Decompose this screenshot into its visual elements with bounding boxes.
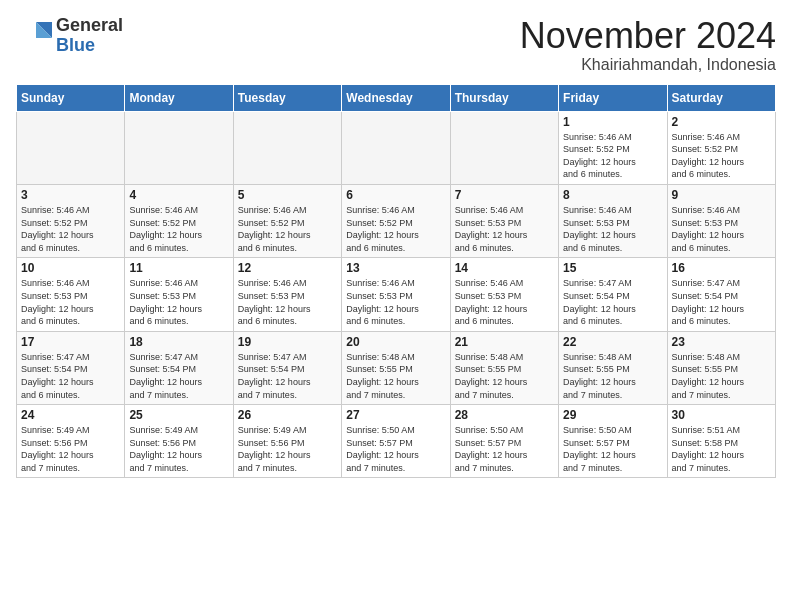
day-info: Sunrise: 5:48 AM Sunset: 5:55 PM Dayligh…	[672, 351, 771, 401]
logo-blue: Blue	[56, 35, 95, 55]
calendar-cell: 3Sunrise: 5:46 AM Sunset: 5:52 PM Daylig…	[17, 184, 125, 257]
calendar-cell: 4Sunrise: 5:46 AM Sunset: 5:52 PM Daylig…	[125, 184, 233, 257]
day-number: 25	[129, 408, 228, 422]
calendar-week-5: 24Sunrise: 5:49 AM Sunset: 5:56 PM Dayli…	[17, 405, 776, 478]
calendar-week-3: 10Sunrise: 5:46 AM Sunset: 5:53 PM Dayli…	[17, 258, 776, 331]
calendar-cell: 13Sunrise: 5:46 AM Sunset: 5:53 PM Dayli…	[342, 258, 450, 331]
calendar-cell: 20Sunrise: 5:48 AM Sunset: 5:55 PM Dayli…	[342, 331, 450, 404]
day-info: Sunrise: 5:46 AM Sunset: 5:53 PM Dayligh…	[563, 204, 662, 254]
logo: General Blue	[16, 16, 123, 56]
day-number: 4	[129, 188, 228, 202]
day-info: Sunrise: 5:50 AM Sunset: 5:57 PM Dayligh…	[455, 424, 554, 474]
day-info: Sunrise: 5:46 AM Sunset: 5:53 PM Dayligh…	[672, 204, 771, 254]
day-number: 13	[346, 261, 445, 275]
day-info: Sunrise: 5:47 AM Sunset: 5:54 PM Dayligh…	[21, 351, 120, 401]
day-number: 16	[672, 261, 771, 275]
calendar-cell: 10Sunrise: 5:46 AM Sunset: 5:53 PM Dayli…	[17, 258, 125, 331]
page-header: General Blue November 2024 Khairiahmanda…	[16, 16, 776, 74]
calendar-cell	[125, 111, 233, 184]
day-number: 18	[129, 335, 228, 349]
calendar-table: SundayMondayTuesdayWednesdayThursdayFrid…	[16, 84, 776, 479]
day-info: Sunrise: 5:48 AM Sunset: 5:55 PM Dayligh…	[563, 351, 662, 401]
day-info: Sunrise: 5:46 AM Sunset: 5:53 PM Dayligh…	[346, 277, 445, 327]
logo-general: General	[56, 15, 123, 35]
day-number: 30	[672, 408, 771, 422]
day-info: Sunrise: 5:46 AM Sunset: 5:53 PM Dayligh…	[455, 277, 554, 327]
day-info: Sunrise: 5:51 AM Sunset: 5:58 PM Dayligh…	[672, 424, 771, 474]
day-info: Sunrise: 5:46 AM Sunset: 5:53 PM Dayligh…	[238, 277, 337, 327]
calendar-cell: 22Sunrise: 5:48 AM Sunset: 5:55 PM Dayli…	[559, 331, 667, 404]
day-number: 14	[455, 261, 554, 275]
day-number: 29	[563, 408, 662, 422]
day-info: Sunrise: 5:46 AM Sunset: 5:52 PM Dayligh…	[238, 204, 337, 254]
calendar-cell: 19Sunrise: 5:47 AM Sunset: 5:54 PM Dayli…	[233, 331, 341, 404]
day-number: 2	[672, 115, 771, 129]
day-info: Sunrise: 5:46 AM Sunset: 5:52 PM Dayligh…	[21, 204, 120, 254]
calendar-cell: 2Sunrise: 5:46 AM Sunset: 5:52 PM Daylig…	[667, 111, 775, 184]
day-number: 26	[238, 408, 337, 422]
day-number: 15	[563, 261, 662, 275]
calendar-week-1: 1Sunrise: 5:46 AM Sunset: 5:52 PM Daylig…	[17, 111, 776, 184]
day-info: Sunrise: 5:46 AM Sunset: 5:52 PM Dayligh…	[563, 131, 662, 181]
calendar-cell: 25Sunrise: 5:49 AM Sunset: 5:56 PM Dayli…	[125, 405, 233, 478]
day-number: 19	[238, 335, 337, 349]
day-info: Sunrise: 5:47 AM Sunset: 5:54 PM Dayligh…	[672, 277, 771, 327]
calendar-cell: 21Sunrise: 5:48 AM Sunset: 5:55 PM Dayli…	[450, 331, 558, 404]
day-info: Sunrise: 5:50 AM Sunset: 5:57 PM Dayligh…	[346, 424, 445, 474]
day-info: Sunrise: 5:49 AM Sunset: 5:56 PM Dayligh…	[129, 424, 228, 474]
column-header-wednesday: Wednesday	[342, 84, 450, 111]
calendar-cell	[17, 111, 125, 184]
day-number: 1	[563, 115, 662, 129]
calendar-cell: 8Sunrise: 5:46 AM Sunset: 5:53 PM Daylig…	[559, 184, 667, 257]
calendar-cell: 14Sunrise: 5:46 AM Sunset: 5:53 PM Dayli…	[450, 258, 558, 331]
day-info: Sunrise: 5:46 AM Sunset: 5:53 PM Dayligh…	[21, 277, 120, 327]
calendar-cell: 12Sunrise: 5:46 AM Sunset: 5:53 PM Dayli…	[233, 258, 341, 331]
day-number: 5	[238, 188, 337, 202]
logo-icon	[16, 18, 52, 54]
day-number: 21	[455, 335, 554, 349]
day-number: 8	[563, 188, 662, 202]
day-number: 12	[238, 261, 337, 275]
calendar-cell: 9Sunrise: 5:46 AM Sunset: 5:53 PM Daylig…	[667, 184, 775, 257]
day-info: Sunrise: 5:46 AM Sunset: 5:52 PM Dayligh…	[129, 204, 228, 254]
day-number: 17	[21, 335, 120, 349]
calendar-cell	[233, 111, 341, 184]
day-number: 20	[346, 335, 445, 349]
day-number: 10	[21, 261, 120, 275]
calendar-week-4: 17Sunrise: 5:47 AM Sunset: 5:54 PM Dayli…	[17, 331, 776, 404]
calendar-cell: 16Sunrise: 5:47 AM Sunset: 5:54 PM Dayli…	[667, 258, 775, 331]
day-number: 11	[129, 261, 228, 275]
calendar-cell: 1Sunrise: 5:46 AM Sunset: 5:52 PM Daylig…	[559, 111, 667, 184]
calendar-cell: 23Sunrise: 5:48 AM Sunset: 5:55 PM Dayli…	[667, 331, 775, 404]
day-info: Sunrise: 5:47 AM Sunset: 5:54 PM Dayligh…	[238, 351, 337, 401]
day-info: Sunrise: 5:46 AM Sunset: 5:53 PM Dayligh…	[455, 204, 554, 254]
calendar-cell: 27Sunrise: 5:50 AM Sunset: 5:57 PM Dayli…	[342, 405, 450, 478]
column-header-saturday: Saturday	[667, 84, 775, 111]
calendar-cell: 5Sunrise: 5:46 AM Sunset: 5:52 PM Daylig…	[233, 184, 341, 257]
day-number: 28	[455, 408, 554, 422]
calendar-week-2: 3Sunrise: 5:46 AM Sunset: 5:52 PM Daylig…	[17, 184, 776, 257]
day-info: Sunrise: 5:49 AM Sunset: 5:56 PM Dayligh…	[21, 424, 120, 474]
calendar-header-row: SundayMondayTuesdayWednesdayThursdayFrid…	[17, 84, 776, 111]
calendar-cell: 29Sunrise: 5:50 AM Sunset: 5:57 PM Dayli…	[559, 405, 667, 478]
day-info: Sunrise: 5:47 AM Sunset: 5:54 PM Dayligh…	[563, 277, 662, 327]
day-info: Sunrise: 5:47 AM Sunset: 5:54 PM Dayligh…	[129, 351, 228, 401]
calendar-cell: 24Sunrise: 5:49 AM Sunset: 5:56 PM Dayli…	[17, 405, 125, 478]
calendar-cell	[342, 111, 450, 184]
column-header-tuesday: Tuesday	[233, 84, 341, 111]
day-info: Sunrise: 5:49 AM Sunset: 5:56 PM Dayligh…	[238, 424, 337, 474]
calendar-cell: 18Sunrise: 5:47 AM Sunset: 5:54 PM Dayli…	[125, 331, 233, 404]
day-number: 7	[455, 188, 554, 202]
column-header-monday: Monday	[125, 84, 233, 111]
calendar-cell: 7Sunrise: 5:46 AM Sunset: 5:53 PM Daylig…	[450, 184, 558, 257]
title-block: November 2024 Khairiahmandah, Indonesia	[520, 16, 776, 74]
logo-text: General Blue	[56, 16, 123, 56]
calendar-cell: 17Sunrise: 5:47 AM Sunset: 5:54 PM Dayli…	[17, 331, 125, 404]
calendar-cell: 6Sunrise: 5:46 AM Sunset: 5:52 PM Daylig…	[342, 184, 450, 257]
day-info: Sunrise: 5:48 AM Sunset: 5:55 PM Dayligh…	[455, 351, 554, 401]
day-info: Sunrise: 5:46 AM Sunset: 5:53 PM Dayligh…	[129, 277, 228, 327]
day-info: Sunrise: 5:46 AM Sunset: 5:52 PM Dayligh…	[346, 204, 445, 254]
column-header-sunday: Sunday	[17, 84, 125, 111]
location: Khairiahmandah, Indonesia	[520, 56, 776, 74]
calendar-cell: 11Sunrise: 5:46 AM Sunset: 5:53 PM Dayli…	[125, 258, 233, 331]
